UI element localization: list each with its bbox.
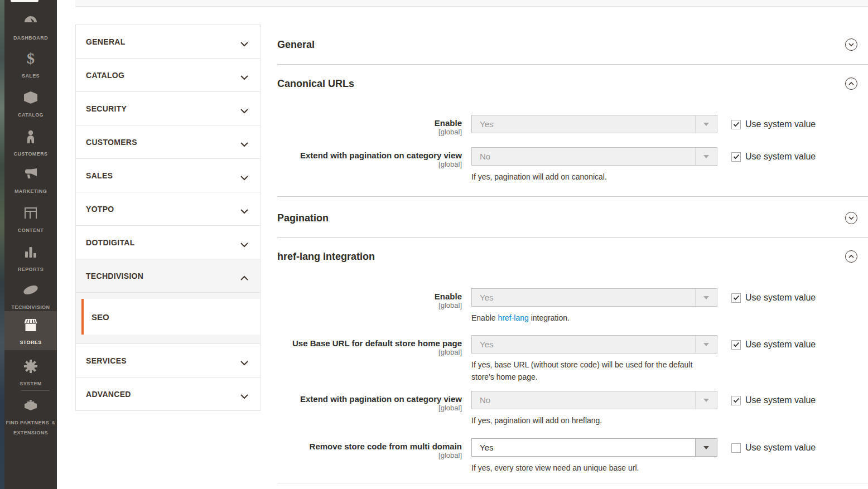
canonical-enable-select[interactable]: Yes <box>471 115 717 133</box>
config-nav-label: YOTPO <box>76 205 114 214</box>
background-image-strip <box>0 0 4 489</box>
sidebar-item-marketing[interactable]: MARKETING <box>4 166 57 195</box>
field-row-canonical-extend-pagination: Extend with pagination on category view … <box>277 147 868 183</box>
system-icon <box>22 358 39 375</box>
sidebar-item-catalog[interactable]: CATALOG <box>4 89 57 119</box>
config-nav-label: DOTDIGITAL <box>76 238 135 247</box>
field-row-base-url-home-page: Use Base URL for default store home page… <box>277 335 868 383</box>
sidebar-item-content[interactable]: CONTENT <box>4 205 57 234</box>
customers-icon <box>22 128 39 145</box>
sidebar-item-label: SYSTEM <box>20 381 41 386</box>
sidebar-item-label: MARKETING <box>15 188 47 194</box>
field-label: Extend with pagination on category view … <box>277 391 462 413</box>
field-scope: [global] <box>277 348 462 357</box>
config-nav-dotdigital[interactable]: DOTDIGITAL <box>75 225 261 259</box>
use-system-value-checkbox[interactable] <box>731 152 741 162</box>
use-system-value-label: Use system value <box>745 443 816 453</box>
config-nav-advanced[interactable]: ADVANCED <box>75 377 261 411</box>
hreflang-extend-pagination-select[interactable]: No <box>471 391 717 409</box>
canonical-extend-pagination-select[interactable]: No <box>471 147 717 166</box>
config-nav-seo[interactable]: SEO <box>81 299 260 335</box>
config-nav-label: TECHDIVISION <box>76 272 143 280</box>
field-label: Enable [global] <box>277 115 462 137</box>
config-nav-catalog[interactable]: CATALOG <box>75 58 261 92</box>
techdivision-icon <box>22 282 39 298</box>
chevron-down-icon <box>240 173 249 183</box>
config-content: General Canonical URLs Enable [global] Y… <box>277 0 868 489</box>
sidebar-item-dashboard[interactable]: DASHBOARD <box>4 12 57 42</box>
config-nav-techdivision[interactable]: TECHDIVISION <box>75 259 261 293</box>
chevron-up-icon <box>848 254 855 259</box>
use-system-value-checkbox[interactable] <box>731 443 741 453</box>
catalog-icon <box>22 89 39 106</box>
check-icon <box>733 122 740 127</box>
section-header-general[interactable]: General <box>277 33 868 56</box>
field-label: Remove store code from multi domain [glo… <box>277 438 462 460</box>
section-divider <box>277 237 868 238</box>
section-title: Pagination <box>277 212 329 224</box>
config-nav-customers[interactable]: CUSTOMERS <box>75 125 261 159</box>
use-system-value-checkbox[interactable] <box>731 120 741 129</box>
use-system-value-checkbox[interactable] <box>731 293 741 303</box>
svg-text:$: $ <box>27 50 35 67</box>
config-nav-services[interactable]: SERVICES <box>75 343 261 377</box>
content-icon <box>22 205 39 221</box>
sidebar-item-label: DASHBOARD <box>13 35 48 41</box>
section-divider <box>277 196 868 197</box>
sales-icon: $ <box>22 50 39 67</box>
field-scope: [global] <box>277 404 462 413</box>
field-scope: [global] <box>277 128 462 137</box>
field-note: If yes, every store view need an unique … <box>471 462 717 474</box>
section-title: href-lang integration <box>277 251 375 262</box>
chevron-down-icon <box>240 358 249 368</box>
remove-store-code-select[interactable]: Yes <box>471 438 717 457</box>
check-icon <box>733 398 740 403</box>
sidebar-item-system[interactable]: SYSTEM <box>4 358 57 388</box>
sidebar-item-label: SALES <box>22 73 40 79</box>
config-nav-yotpo[interactable]: YOTPO <box>75 192 261 226</box>
select-arrow-icon <box>695 115 717 133</box>
chevron-down-icon <box>240 240 249 250</box>
config-nav-label: CATALOG <box>76 71 124 80</box>
sidebar-item-customers[interactable]: CUSTOMERS <box>4 128 57 158</box>
config-section-nav: GENERAL CATALOG SECURITY CUSTOMERS SALES… <box>75 25 261 411</box>
config-nav-label: GENERAL <box>76 37 126 46</box>
sidebar-item-reports[interactable]: REPORTS <box>4 244 57 273</box>
hreflang-enable-select[interactable]: Yes <box>471 288 717 307</box>
magento-logo-tile[interactable] <box>11 0 38 2</box>
chevron-down-icon <box>240 72 249 83</box>
config-nav-general[interactable]: GENERAL <box>75 25 261 59</box>
config-nav-label: ADVANCED <box>76 390 131 399</box>
field-scope: [global] <box>277 160 462 169</box>
select-arrow-icon <box>695 148 717 165</box>
use-system-value-checkbox[interactable] <box>731 340 741 350</box>
check-icon <box>733 154 740 159</box>
use-system-value-label: Use system value <box>745 340 816 350</box>
expand-section-button[interactable] <box>845 212 857 224</box>
field-scope: [global] <box>277 451 462 460</box>
select-arrow-icon <box>695 439 717 456</box>
dashboard-icon <box>22 12 39 29</box>
collapse-section-button[interactable] <box>845 78 857 90</box>
use-system-value-label: Use system value <box>745 395 816 405</box>
use-system-value-label: Use system value <box>745 119 816 129</box>
config-nav-security[interactable]: SECURITY <box>75 91 261 125</box>
use-system-value-checkbox[interactable] <box>731 396 741 405</box>
base-url-home-page-select[interactable]: Yes <box>471 335 717 354</box>
sidebar-item-sales[interactable]: $ SALES <box>4 50 57 80</box>
config-nav-sales[interactable]: SALES <box>75 158 261 192</box>
collapse-section-button[interactable] <box>845 250 857 263</box>
sidebar-item-techdivision[interactable]: TECHDIVISION <box>4 282 57 311</box>
chevron-up-icon <box>848 81 855 86</box>
extensions-icon <box>22 397 39 414</box>
section-header-canonical-urls[interactable]: Canonical URLs <box>277 72 868 95</box>
hreflang-link[interactable]: href-lang <box>498 313 528 322</box>
sidebar-item-label: REPORTS <box>18 267 44 272</box>
sidebar-item-stores[interactable]: STORES <box>4 311 57 350</box>
section-header-pagination[interactable]: Pagination <box>277 207 868 229</box>
section-header-hreflang[interactable]: href-lang integration <box>277 245 868 268</box>
expand-section-button[interactable] <box>845 38 857 51</box>
sidebar-item-label: CUSTOMERS <box>14 151 48 157</box>
sidebar-item-find-partners[interactable]: FIND PARTNERS & EXTENSIONS <box>4 397 57 437</box>
admin-sidebar: DASHBOARD $ SALES CATALOG CUSTOMERS MARK… <box>4 0 57 489</box>
